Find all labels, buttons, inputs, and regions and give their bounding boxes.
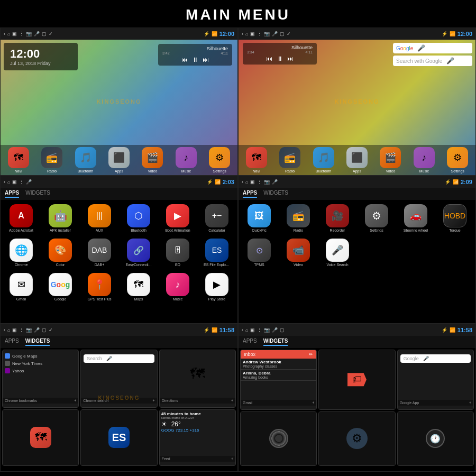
cam-icon-5[interactable]: 📷 (26, 327, 32, 333)
app-playstore[interactable]: ▶ Play Store (198, 271, 235, 303)
gmail-compose-icon[interactable]: ✏ (309, 352, 313, 357)
app-esfile[interactable]: ES ES File Explorer (198, 236, 235, 269)
search-footer-action[interactable]: + (153, 399, 155, 402)
search-mic[interactable]: 🎤 (106, 356, 112, 361)
menu-icon-6[interactable]: ⋮ (257, 327, 262, 333)
widget-esfile[interactable]: ES ES File Explorer + (80, 409, 157, 466)
widget-time[interactable]: 🕐 Time + (397, 411, 474, 466)
feed-footer-action[interactable]: + (231, 457, 233, 461)
app-apps-2[interactable]: ⬛ Apps (346, 147, 368, 173)
widget-chrome-bookmarks[interactable]: Google Maps New York Times Yahoo Chrome … (2, 350, 79, 408)
mic-icon-3[interactable]: 🎤 (26, 179, 32, 185)
screen-icon-6[interactable]: ▢ (280, 327, 285, 333)
widget-settings-shortcut[interactable]: ⚙ Settings shortcut + (318, 411, 395, 466)
menu-icon-5[interactable]: ⋮ (19, 327, 24, 333)
home-icon[interactable]: ⌂ (7, 31, 10, 36)
app-settings-1[interactable]: ⚙ Settings (209, 147, 230, 173)
app-video-2[interactable]: 🎬 Video (380, 147, 401, 173)
home-icon-2[interactable]: ⌂ (245, 31, 248, 36)
back-icon-5[interactable]: ‹ (4, 327, 5, 333)
tab-widgets-6[interactable]: WIDGETS (263, 338, 288, 346)
mic-icon-2[interactable]: 🎤 (272, 31, 278, 36)
tab-apps-4[interactable]: APPS (243, 190, 257, 198)
mic-icon[interactable]: 🎤 (34, 31, 40, 36)
app-steering[interactable]: 🚗 Steering wheel (397, 202, 434, 234)
app-gps[interactable]: 📍 GPS Test Plus (81, 271, 118, 303)
music-controls-2[interactable]: ⏮⏸⏭ (247, 55, 313, 62)
tab-widgets-3[interactable]: WIDGETS (25, 190, 50, 198)
tab-widgets-5[interactable]: WIDGETS (25, 338, 50, 346)
app-recorder[interactable]: 🎥 Recorder (319, 202, 356, 234)
cam-icon-4[interactable]: 📷 (264, 179, 270, 185)
app-video4[interactable]: 📹 Video (280, 236, 317, 269)
widget-driving[interactable]: 🗺 Driving Mode + (2, 409, 79, 466)
menu-icon-2[interactable]: ⋮ (257, 31, 262, 36)
app-music3[interactable]: ♪ Music (159, 271, 196, 303)
app-settings4[interactable]: ⚙ Settings (358, 202, 395, 234)
tab-apps-5[interactable]: APPS (5, 338, 19, 346)
google-app-search-box[interactable]: Google 🎤 (400, 354, 471, 363)
check-icon-5[interactable]: ✓ (49, 327, 53, 333)
google-app-mic[interactable]: 🎤 (423, 356, 429, 361)
cam-icon[interactable]: 📷 (26, 31, 32, 36)
search-mic-icon[interactable]: 🎤 (446, 57, 454, 65)
app-bt[interactable]: ⬡ Bluetooth (120, 202, 157, 234)
menu-icon[interactable]: ⋮ (19, 31, 24, 36)
app-music-1[interactable]: ♪ Music (176, 147, 197, 173)
bookmarks-footer-action[interactable]: + (74, 399, 76, 402)
app-bluetooth-2[interactable]: 🎵 Bluetooth (313, 147, 334, 173)
back-icon[interactable]: ‹ (4, 31, 5, 36)
mic-icon-6[interactable]: 🎤 (272, 327, 278, 333)
directions-footer-action[interactable]: + (231, 399, 233, 402)
check-icon-2[interactable]: ✓ (287, 31, 291, 36)
app-adobe[interactable]: A Adobe Acrobat (3, 202, 40, 234)
music-controls-1[interactable]: ⏮⏸⏭ (162, 56, 228, 63)
cam-icon-2[interactable]: 📷 (264, 31, 270, 36)
back-icon-4[interactable]: ‹ (242, 179, 243, 185)
app-video-1[interactable]: 🎬 Video (142, 147, 163, 173)
app-google[interactable]: Goog Google (42, 271, 79, 303)
app-chrome[interactable]: 🌐 Chrome (3, 236, 40, 269)
recent-icon-2[interactable]: ▣ (250, 31, 255, 36)
app-navi-2[interactable]: 🗺 Navi (246, 147, 267, 173)
cam-icon-6[interactable]: 📷 (264, 327, 270, 333)
app-calc[interactable]: +− Calculator (198, 202, 235, 234)
widget-chrome-search[interactable]: Search 🎤 Chrome search + (80, 350, 157, 408)
app-aux[interactable]: ||| AUX (81, 202, 118, 234)
tab-apps-3[interactable]: APPS (5, 190, 19, 198)
app-quickpic[interactable]: 🖼 QuickPic (241, 202, 278, 234)
googleapp-footer-action[interactable]: + (469, 401, 471, 405)
app-eq[interactable]: 🎚 EQ (159, 236, 196, 269)
home-icon-3[interactable]: ⌂ (7, 179, 10, 185)
tab-widgets-4[interactable]: WIDGETS (263, 190, 288, 198)
app-boot[interactable]: ▶ Boot Animation (159, 202, 196, 234)
tab-apps-6[interactable]: APPS (243, 338, 257, 346)
mic-icon-4[interactable]: 🎤 (272, 179, 278, 185)
screen-icon-2[interactable]: ▢ (280, 31, 285, 36)
check-icon[interactable]: ✓ (49, 31, 53, 36)
widget-gmail-label[interactable]: 🏷 Gmail label + (318, 350, 395, 410)
home-icon-5[interactable]: ⌂ (7, 327, 10, 333)
home-icon-6[interactable]: ⌂ (245, 327, 248, 333)
app-maps[interactable]: 🗺 Maps (120, 271, 157, 303)
home-icon-4[interactable]: ⌂ (245, 179, 248, 185)
app-easy[interactable]: 🔗 EasyConnecti... (120, 236, 157, 269)
google-search-input[interactable]: Search with Google 🎤 (393, 56, 472, 66)
recent-icon-3[interactable]: ▣ (12, 179, 17, 185)
app-bluetooth-1[interactable]: 🎵 Bluetooth (75, 147, 96, 173)
screen-icon-5[interactable]: ▢ (42, 327, 47, 333)
mic-icon-5[interactable]: 🎤 (34, 327, 40, 333)
app-gmail[interactable]: ✉ Gmail (3, 271, 40, 303)
back-icon-6[interactable]: ‹ (242, 327, 243, 333)
app-torque[interactable]: HOBD Torque (436, 202, 473, 234)
screen-icon[interactable]: ▢ (42, 31, 47, 36)
gmail-footer-action[interactable]: + (312, 401, 314, 405)
app-apk[interactable]: 🤖 APK installer (42, 202, 79, 234)
app-radio4[interactable]: 📻 Radio (280, 202, 317, 234)
chrome-search-box[interactable]: Search 🎤 (84, 354, 154, 363)
app-settings-2[interactable]: ⚙ Settings (447, 147, 468, 173)
recent-icon-6[interactable]: ▣ (250, 327, 255, 333)
app-music-2[interactable]: ♪ Music (414, 147, 435, 173)
back-icon-3[interactable]: ‹ (4, 179, 5, 185)
app-radio-1[interactable]: 📻 Radio (41, 147, 62, 173)
